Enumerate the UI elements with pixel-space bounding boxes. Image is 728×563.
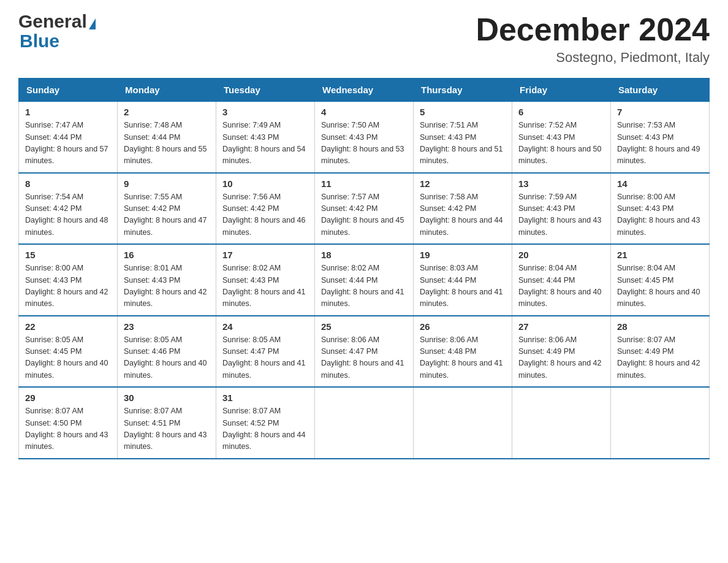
day-number: 30	[124, 393, 210, 403]
day-info: Sunrise: 7:52 AM Sunset: 4:43 PM Dayligh…	[518, 120, 604, 167]
calendar-cell: 21 Sunrise: 8:04 AM Sunset: 4:45 PM Dayl…	[611, 244, 710, 316]
day-number: 20	[518, 250, 604, 260]
calendar-header-sunday: Sunday	[19, 79, 118, 102]
calendar-header-tuesday: Tuesday	[216, 79, 315, 102]
calendar-cell: 16 Sunrise: 8:01 AM Sunset: 4:43 PM Dayl…	[118, 244, 216, 316]
month-title: December 2024	[476, 12, 710, 47]
day-info: Sunrise: 7:54 AM Sunset: 4:42 PM Dayligh…	[25, 191, 111, 239]
calendar-header-row: SundayMondayTuesdayWednesdayThursdayFrid…	[19, 79, 710, 102]
calendar-cell	[414, 387, 512, 459]
logo: General Blue	[18, 12, 96, 52]
day-number: 16	[124, 250, 210, 260]
calendar-cell	[512, 387, 611, 459]
calendar-cell: 5 Sunrise: 7:51 AM Sunset: 4:43 PM Dayli…	[414, 102, 512, 173]
day-number: 26	[420, 321, 506, 332]
day-info: Sunrise: 8:00 AM Sunset: 4:43 PM Dayligh…	[25, 262, 111, 310]
day-info: Sunrise: 8:01 AM Sunset: 4:43 PM Dayligh…	[124, 262, 210, 310]
logo-triangle-icon	[89, 18, 96, 29]
day-number: 8	[25, 178, 111, 189]
calendar-week-row: 1 Sunrise: 7:47 AM Sunset: 4:44 PM Dayli…	[19, 102, 710, 173]
day-info: Sunrise: 7:53 AM Sunset: 4:43 PM Dayligh…	[617, 120, 703, 167]
calendar-header-friday: Friday	[512, 79, 611, 102]
calendar-cell: 31 Sunrise: 8:07 AM Sunset: 4:52 PM Dayl…	[216, 387, 315, 459]
calendar-cell: 12 Sunrise: 7:58 AM Sunset: 4:42 PM Dayl…	[414, 173, 512, 245]
calendar-week-row: 15 Sunrise: 8:00 AM Sunset: 4:43 PM Dayl…	[19, 244, 710, 316]
day-info: Sunrise: 8:00 AM Sunset: 4:43 PM Dayligh…	[617, 191, 703, 239]
calendar-cell: 15 Sunrise: 8:00 AM Sunset: 4:43 PM Dayl…	[19, 244, 118, 316]
day-number: 11	[321, 178, 407, 189]
day-info: Sunrise: 7:48 AM Sunset: 4:44 PM Dayligh…	[124, 120, 210, 167]
calendar-cell: 2 Sunrise: 7:48 AM Sunset: 4:44 PM Dayli…	[118, 102, 216, 173]
day-info: Sunrise: 7:57 AM Sunset: 4:42 PM Dayligh…	[321, 191, 407, 239]
day-info: Sunrise: 8:07 AM Sunset: 4:50 PM Dayligh…	[25, 405, 111, 453]
calendar-header-monday: Monday	[118, 79, 216, 102]
logo-blue-text: Blue	[20, 31, 59, 52]
day-number: 3	[222, 107, 308, 117]
title-area: December 2024 Sostegno, Piedmont, Italy	[476, 12, 710, 66]
day-info: Sunrise: 8:07 AM Sunset: 4:51 PM Dayligh…	[124, 405, 210, 453]
calendar-week-row: 8 Sunrise: 7:54 AM Sunset: 4:42 PM Dayli…	[19, 173, 710, 245]
calendar-cell	[611, 387, 710, 459]
day-info: Sunrise: 8:07 AM Sunset: 4:52 PM Dayligh…	[222, 405, 308, 453]
day-info: Sunrise: 8:05 AM Sunset: 4:45 PM Dayligh…	[25, 334, 111, 382]
calendar-cell: 20 Sunrise: 8:04 AM Sunset: 4:44 PM Dayl…	[512, 244, 611, 316]
day-number: 31	[222, 393, 308, 403]
day-number: 4	[321, 107, 407, 117]
day-info: Sunrise: 8:06 AM Sunset: 4:49 PM Dayligh…	[518, 334, 604, 382]
day-info: Sunrise: 7:49 AM Sunset: 4:43 PM Dayligh…	[222, 120, 308, 167]
day-number: 17	[222, 250, 308, 260]
calendar-cell: 23 Sunrise: 8:05 AM Sunset: 4:46 PM Dayl…	[118, 316, 216, 388]
calendar-cell: 4 Sunrise: 7:50 AM Sunset: 4:43 PM Dayli…	[315, 102, 414, 173]
day-number: 22	[25, 321, 111, 332]
day-info: Sunrise: 8:02 AM Sunset: 4:43 PM Dayligh…	[222, 262, 308, 310]
day-info: Sunrise: 8:07 AM Sunset: 4:49 PM Dayligh…	[617, 334, 703, 382]
calendar-cell: 8 Sunrise: 7:54 AM Sunset: 4:42 PM Dayli…	[19, 173, 118, 245]
day-info: Sunrise: 7:58 AM Sunset: 4:42 PM Dayligh…	[420, 191, 506, 239]
calendar-cell: 26 Sunrise: 8:06 AM Sunset: 4:48 PM Dayl…	[414, 316, 512, 388]
day-number: 21	[617, 250, 703, 260]
day-number: 2	[124, 107, 210, 117]
day-number: 24	[222, 321, 308, 332]
day-number: 27	[518, 321, 604, 332]
day-number: 25	[321, 321, 407, 332]
day-number: 18	[321, 250, 407, 260]
day-number: 15	[25, 250, 111, 260]
day-info: Sunrise: 7:51 AM Sunset: 4:43 PM Dayligh…	[420, 120, 506, 167]
day-number: 13	[518, 178, 604, 189]
calendar-cell: 1 Sunrise: 7:47 AM Sunset: 4:44 PM Dayli…	[19, 102, 118, 173]
calendar-cell: 24 Sunrise: 8:05 AM Sunset: 4:47 PM Dayl…	[216, 316, 315, 388]
day-info: Sunrise: 8:06 AM Sunset: 4:48 PM Dayligh…	[420, 334, 506, 382]
day-info: Sunrise: 8:04 AM Sunset: 4:45 PM Dayligh…	[617, 262, 703, 310]
calendar-header-saturday: Saturday	[611, 79, 710, 102]
calendar-cell: 6 Sunrise: 7:52 AM Sunset: 4:43 PM Dayli…	[512, 102, 611, 173]
day-number: 12	[420, 178, 506, 189]
calendar-week-row: 29 Sunrise: 8:07 AM Sunset: 4:50 PM Dayl…	[19, 387, 710, 459]
page-header: General Blue December 2024 Sostegno, Pie…	[18, 12, 710, 66]
calendar-cell: 7 Sunrise: 7:53 AM Sunset: 4:43 PM Dayli…	[611, 102, 710, 173]
calendar-cell	[315, 387, 414, 459]
day-number: 28	[617, 321, 703, 332]
calendar-cell: 29 Sunrise: 8:07 AM Sunset: 4:50 PM Dayl…	[19, 387, 118, 459]
day-info: Sunrise: 8:02 AM Sunset: 4:44 PM Dayligh…	[321, 262, 407, 310]
day-info: Sunrise: 7:56 AM Sunset: 4:42 PM Dayligh…	[222, 191, 308, 239]
day-number: 29	[25, 393, 111, 403]
calendar-header-wednesday: Wednesday	[315, 79, 414, 102]
calendar-cell: 19 Sunrise: 8:03 AM Sunset: 4:44 PM Dayl…	[414, 244, 512, 316]
day-info: Sunrise: 7:50 AM Sunset: 4:43 PM Dayligh…	[321, 120, 407, 167]
calendar-cell: 3 Sunrise: 7:49 AM Sunset: 4:43 PM Dayli…	[216, 102, 315, 173]
day-number: 10	[222, 178, 308, 189]
calendar-cell: 22 Sunrise: 8:05 AM Sunset: 4:45 PM Dayl…	[19, 316, 118, 388]
calendar-cell: 10 Sunrise: 7:56 AM Sunset: 4:42 PM Dayl…	[216, 173, 315, 245]
day-number: 14	[617, 178, 703, 189]
logo-general-text: General	[18, 12, 87, 31]
day-info: Sunrise: 7:47 AM Sunset: 4:44 PM Dayligh…	[25, 120, 111, 167]
day-number: 1	[25, 107, 111, 117]
calendar-cell: 18 Sunrise: 8:02 AM Sunset: 4:44 PM Dayl…	[315, 244, 414, 316]
calendar-cell: 9 Sunrise: 7:55 AM Sunset: 4:42 PM Dayli…	[118, 173, 216, 245]
day-info: Sunrise: 8:05 AM Sunset: 4:47 PM Dayligh…	[222, 334, 308, 382]
calendar-cell: 30 Sunrise: 8:07 AM Sunset: 4:51 PM Dayl…	[118, 387, 216, 459]
day-info: Sunrise: 8:04 AM Sunset: 4:44 PM Dayligh…	[518, 262, 604, 310]
calendar-week-row: 22 Sunrise: 8:05 AM Sunset: 4:45 PM Dayl…	[19, 316, 710, 388]
calendar-header-thursday: Thursday	[414, 79, 512, 102]
day-number: 6	[518, 107, 604, 117]
